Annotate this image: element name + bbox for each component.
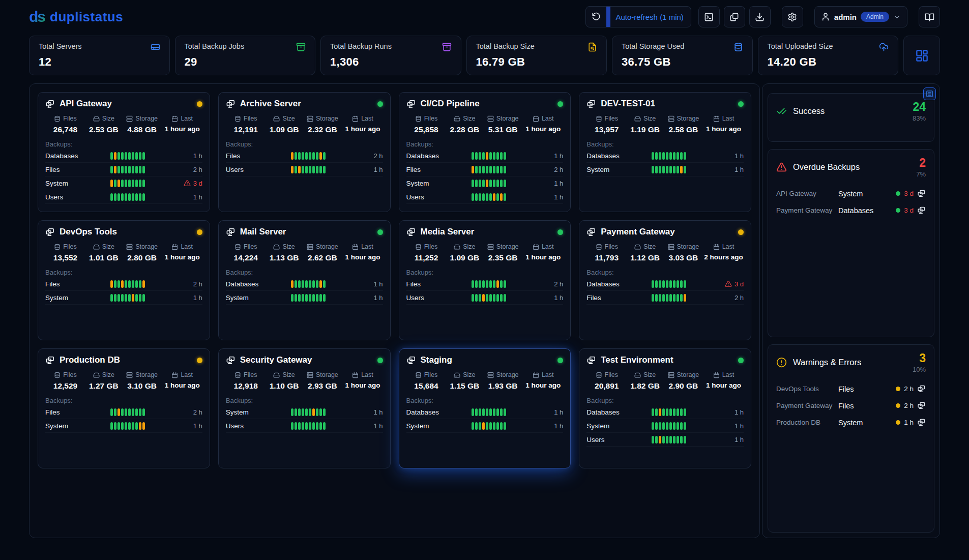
server-stats: Files 11,793 Size 1.12 GB Storage 3.03 G… — [586, 243, 744, 262]
copy-button[interactable] — [724, 6, 745, 27]
backup-row[interactable]: Files2 h — [226, 149, 383, 163]
files-value: 20,891 — [586, 381, 627, 391]
backup-row[interactable]: Users1 h — [45, 190, 202, 204]
backup-row[interactable]: Files2 h — [45, 405, 202, 419]
alert-item[interactable]: Production DB System 1 h — [776, 418, 926, 427]
bar-segment — [673, 436, 676, 444]
size-label: Size — [643, 371, 656, 378]
bar-segment — [135, 166, 138, 173]
logo[interactable]: ds duplistatus — [29, 8, 123, 25]
backup-row[interactable]: System1 h — [586, 163, 744, 176]
server-card[interactable]: Staging Files 15,684 Size 1.15 GB Storag… — [399, 348, 571, 468]
backup-row[interactable]: Files2 h — [45, 163, 202, 176]
server-card[interactable]: Test Environment Files 20,891 Size 1.82 … — [579, 348, 751, 468]
backup-row[interactable]: System1 h — [406, 419, 564, 433]
storage-value: 3.10 GB — [122, 381, 162, 391]
backup-row[interactable]: Files2 h — [406, 163, 564, 176]
backup-row[interactable]: Files2 h — [406, 277, 564, 291]
backup-row[interactable]: Users1 h — [226, 163, 383, 176]
backup-time: 2 h — [193, 166, 202, 173]
server-card[interactable]: Media Server Files 11,252 Size 1.09 GB S… — [399, 220, 571, 340]
calendar-icon — [171, 115, 178, 122]
server-card[interactable]: Payment Gateway Files 11,793 Size 1.12 G… — [579, 220, 751, 340]
status-dot — [896, 420, 900, 425]
auto-refresh-control[interactable]: Auto-refresh (1 min) — [585, 6, 691, 27]
server-card[interactable]: API Gateway Files 26,748 Size 2.53 GB St… — [38, 92, 210, 212]
backup-row[interactable]: Databases1 h — [406, 405, 564, 419]
backup-row[interactable]: Files2 h — [45, 277, 202, 291]
user-menu[interactable]: admin Admin — [814, 6, 907, 27]
terminal-button[interactable] — [698, 6, 720, 27]
dashboard-layout-button[interactable] — [903, 36, 940, 75]
backup-name: Databases — [586, 152, 652, 160]
backup-row[interactable]: System1 h — [586, 419, 744, 433]
bar-segment — [135, 408, 138, 416]
bar-segment — [659, 422, 661, 430]
last-label: Last — [181, 115, 193, 122]
backup-time: 1 h — [373, 294, 383, 302]
bar-segment — [125, 280, 127, 288]
bar-segment — [673, 294, 676, 302]
backup-row[interactable]: System1 h — [226, 405, 383, 419]
server-stats: Files 11,252 Size 1.09 GB Storage 2.35 G… — [406, 243, 564, 262]
backup-row[interactable]: Users1 h — [586, 433, 744, 447]
server-card[interactable]: CI/CD Pipeline Files 25,858 Size 2.28 GB… — [399, 92, 571, 212]
backup-name: System — [226, 294, 291, 302]
backup-row[interactable]: Databases3 d — [586, 277, 744, 291]
cloud-upload-icon — [879, 42, 889, 52]
server-stack-icon — [126, 244, 133, 250]
backup-row[interactable]: System1 h — [45, 419, 202, 433]
server-card[interactable]: DEV-TEST-01 Files 13,957 Size 1.19 GB St… — [579, 92, 751, 212]
bar-segment — [659, 280, 661, 288]
settings-button[interactable] — [782, 6, 803, 27]
alert-item[interactable]: API Gateway System 3 d — [776, 189, 926, 198]
backup-row[interactable]: Users1 h — [406, 190, 564, 204]
backup-row[interactable]: Users1 h — [226, 419, 383, 433]
bar-segment — [475, 193, 478, 201]
backup-row[interactable]: Databases1 h — [226, 277, 383, 291]
bar-segment — [309, 166, 311, 173]
alert-item[interactable]: DevOps Tools Files 2 h — [776, 385, 926, 393]
backup-row[interactable]: System1 h — [406, 176, 564, 190]
files-value: 11,793 — [586, 253, 627, 262]
bar-segment — [139, 280, 141, 288]
backup-row[interactable]: Databases1 h — [406, 149, 564, 163]
files-value: 25,858 — [406, 125, 447, 134]
sidebar-toggle-button[interactable] — [923, 87, 936, 100]
files-label: Files — [63, 243, 76, 250]
last-value: 1 hour ago — [162, 253, 202, 261]
server-card[interactable]: Production DB Files 12,529 Size 1.27 GB … — [38, 348, 210, 468]
last-label: Last — [542, 371, 554, 378]
server-name: DEV-TEST-01 — [601, 99, 733, 109]
docs-button[interactable] — [919, 6, 940, 27]
backup-name: System — [45, 422, 110, 430]
backup-row[interactable]: Files2 h — [586, 291, 744, 305]
bar-segment — [486, 166, 488, 173]
backup-row[interactable]: System3 d — [45, 176, 202, 190]
server-card[interactable]: DevOps Tools Files 13,552 Size 1.01 GB S… — [38, 220, 210, 340]
alert-time: 2 h — [904, 385, 914, 393]
server-card[interactable]: Mail Server Files 14,224 Size 1.13 GB St… — [218, 220, 391, 340]
backup-row[interactable]: Databases1 h — [586, 149, 744, 163]
alert-time: 3 d — [904, 207, 914, 214]
bar-segment — [132, 408, 134, 416]
stat-label: Total Servers — [39, 42, 82, 50]
download-button[interactable] — [749, 6, 771, 27]
alert-server-name: Production DB — [776, 419, 838, 426]
server-name: Production DB — [60, 355, 192, 365]
backup-bar-chart — [110, 193, 145, 201]
bar-segment — [496, 152, 499, 160]
main-content: API Gateway Files 26,748 Size 2.53 GB St… — [29, 83, 940, 538]
backup-row[interactable]: System1 h — [226, 291, 383, 305]
server-card[interactable]: Archive Server Files 12,191 Size 1.09 GB… — [218, 92, 391, 212]
bar-segment — [132, 166, 134, 173]
bar-segment — [493, 152, 495, 160]
backup-row[interactable]: Databases1 h — [586, 405, 744, 419]
alert-item[interactable]: Payment Gateway Files 2 h — [776, 401, 926, 410]
server-card[interactable]: Security Gateway Files 12,918 Size 1.10 … — [218, 348, 391, 468]
backup-row[interactable]: Users1 h — [406, 291, 564, 305]
bar-segment — [489, 280, 492, 288]
backup-row[interactable]: System1 h — [45, 291, 202, 305]
alert-item[interactable]: Payment Gateway Databases 3 d — [776, 206, 926, 215]
backup-row[interactable]: Databases1 h — [45, 149, 202, 163]
